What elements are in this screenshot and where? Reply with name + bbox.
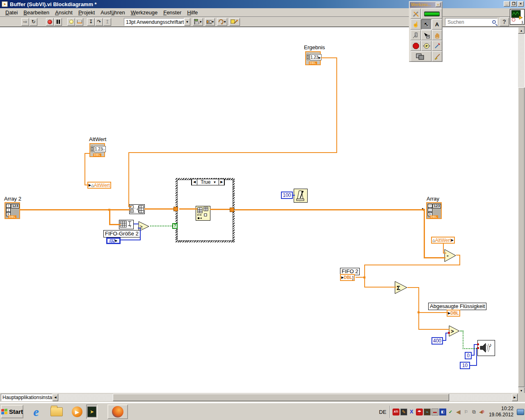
case-selector-terminal[interactable]: ? (172, 223, 178, 229)
align-objects-dropdown[interactable]: ▾ (193, 18, 203, 26)
wire-array2-branch[interactable] (109, 209, 110, 225)
tray-safely-remove-icon[interactable]: ✓ (447, 409, 454, 415)
wire-ergebnis[interactable] (336, 57, 337, 153)
tray-ati-icon[interactable]: ATI (393, 409, 399, 415)
wire-case-inner[interactable] (179, 208, 197, 210)
wire-fifo-size[interactable] (140, 228, 141, 240)
wire-array2-branch[interactable] (109, 224, 121, 225)
add-array-elements-node[interactable]: Σ (395, 281, 408, 294)
altwert-control-terminal[interactable]: ▲▼ 1.23▷ DBL (89, 143, 105, 157)
highlight-execution-button[interactable] (67, 18, 75, 26)
wire-case-inner[interactable] (210, 209, 232, 210)
wire-selector-bool[interactable] (150, 226, 174, 226)
wire-sum-in[interactable] (364, 287, 396, 288)
operate-value-tool[interactable]: ☝ (411, 19, 421, 30)
restore-button[interactable]: ❐ (511, 1, 517, 7)
ergebnis-label[interactable]: Ergebnis (304, 44, 325, 50)
beep-node[interactable]: ♪ (477, 340, 495, 356)
font-selector[interactable]: 13pt Anwendungsschriftart (124, 18, 184, 26)
altwert-local-variable-write[interactable]: ▶ ⌂ AltWert (87, 182, 111, 189)
step-out-button[interactable]: ↥ (103, 18, 111, 26)
subtract-node[interactable]: - (444, 249, 457, 262)
array2-control-terminal[interactable]: i j k 123 DBL (5, 202, 20, 219)
pause-button[interactable] (54, 18, 62, 26)
menu-bearbeiten[interactable]: Bearbeiten (21, 9, 52, 16)
probe-tool[interactable]: P (421, 41, 431, 51)
wire-ergebnis[interactable] (321, 57, 337, 58)
wire-fifo-size[interactable] (120, 240, 141, 240)
vi-icon-pane[interactable]: 1 (510, 9, 525, 25)
wire-fifo-size[interactable] (138, 228, 141, 228)
font-selector-dropdown[interactable]: ▼ (184, 18, 190, 26)
menu-ausfuehren[interactable]: Ausführen (98, 9, 128, 16)
case-left-tunnel[interactable] (173, 207, 178, 211)
tools-palette-titlebar[interactable]: Werkzeu... × (410, 2, 442, 8)
wire-array-size-out[interactable] (134, 224, 139, 224)
array2-label[interactable]: Array 2 (4, 196, 21, 202)
scroll-window-tool[interactable] (432, 30, 442, 40)
fifo-size-i32-terminal[interactable]: I32▶ (106, 237, 121, 244)
scroll-up-button[interactable]: ▲ (518, 27, 525, 34)
reorder-dropdown[interactable]: ▾ (217, 18, 227, 26)
wire-400[interactable] (445, 333, 446, 341)
wire-array-out[interactable] (235, 209, 425, 210)
horizontal-scroll-track[interactable] (58, 394, 113, 401)
wire-build-array-out[interactable] (144, 208, 177, 210)
wire-subtract-out[interactable] (459, 255, 460, 265)
paint-brush-tool[interactable] (432, 51, 442, 62)
wire-ergebnis[interactable] (128, 152, 337, 153)
case-right-tunnel[interactable] (230, 208, 234, 212)
position-tool-selected[interactable]: ↖ (421, 19, 431, 30)
minimize-button[interactable]: _ (504, 1, 510, 7)
wire-compare-bool[interactable] (463, 348, 478, 349)
auto-tool-select-button[interactable] (411, 9, 421, 19)
case-previous-button[interactable]: ◀ (192, 179, 197, 185)
case-next-button[interactable]: ▶ (219, 179, 224, 185)
media-player-icon[interactable]: ▶ (69, 404, 85, 419)
wire-array-branch[interactable] (424, 257, 445, 258)
horizontal-scroll-thumb[interactable] (113, 394, 449, 401)
menu-hilfe[interactable]: Hilfe (184, 9, 201, 16)
wire-ergebnis[interactable] (128, 152, 129, 207)
menu-werkzeuge[interactable]: Werkzeuge (128, 9, 161, 16)
step-into-button[interactable]: ↧ (87, 18, 95, 26)
distribute-objects-dropdown[interactable]: ▾ (205, 18, 215, 26)
wait-until-next-ms-node[interactable]: ◦ (294, 189, 308, 203)
tray-desktop-manager-icon[interactable]: ◧ (439, 409, 446, 415)
connect-wire-tool[interactable] (411, 30, 421, 40)
wire-10[interactable] (476, 348, 477, 366)
tools-palette-window[interactable]: Werkzeu... × ☝ ↖ A (409, 1, 443, 62)
constant-0[interactable]: 0 (465, 352, 472, 359)
horizontal-scroll-track[interactable] (449, 394, 512, 401)
language-indicator[interactable]: DE (376, 409, 390, 415)
tray-tv-tuner-icon[interactable]: ⌁ (424, 409, 431, 415)
tray-clock[interactable]: 10:22 19.06.2012 (486, 406, 517, 418)
tray-modem-icon[interactable]: ▬ (431, 409, 438, 415)
fifo2-array-terminal[interactable]: ▶ DBL ] (340, 274, 355, 281)
wire-0[interactable] (474, 344, 475, 356)
wire-ergebnis[interactable] (128, 206, 132, 207)
fifo-size-label[interactable]: FIFO-Größe 2 (103, 230, 140, 237)
labview-taskbar-button[interactable]: ➤ (86, 404, 98, 419)
vertical-scroll-thumb[interactable] (518, 87, 525, 387)
array-indicator-terminal[interactable]: i j k 123 DBL (426, 202, 442, 219)
auto-tool-led-button[interactable] (421, 9, 442, 19)
retain-wire-values-button[interactable] (75, 18, 83, 26)
wire-altwert-local[interactable] (84, 185, 89, 185)
case-name[interactable]: True (197, 179, 213, 185)
wire-altwert-read[interactable] (443, 253, 446, 253)
vertical-scroll-track[interactable] (518, 34, 525, 87)
array-label[interactable]: Array (427, 196, 439, 202)
breakpoint-tool[interactable] (411, 41, 421, 51)
wire-abgesaugt[interactable] (418, 312, 448, 313)
menu-ansicht[interactable]: Ansicht (52, 9, 75, 16)
tray-network-icon[interactable]: ⧉ (470, 409, 477, 415)
wire-array-branch[interactable] (424, 209, 425, 258)
abgesaugte-fluessigkeit-terminal[interactable]: ▶ DBL (447, 310, 460, 317)
menu-datei[interactable]: Datei (2, 9, 21, 16)
tools-palette-close-icon[interactable]: × (436, 2, 441, 7)
file-explorer-icon[interactable] (48, 404, 65, 419)
case-dropdown-icon[interactable]: ▼ (213, 180, 219, 184)
run-button[interactable]: ⇨ (21, 18, 29, 26)
build-array-node[interactable]: ‥‥ (129, 204, 145, 214)
